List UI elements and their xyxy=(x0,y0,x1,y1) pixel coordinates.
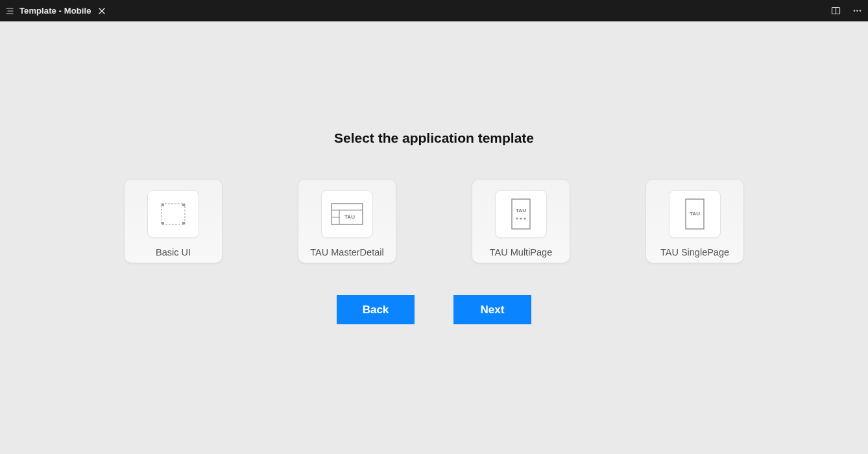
template-thumb-tau-masterdetail: TAU xyxy=(321,190,373,238)
svg-rect-11 xyxy=(162,204,164,206)
template-label: TAU MasterDetail xyxy=(310,247,383,257)
svg-point-24 xyxy=(524,217,525,219)
close-icon[interactable] xyxy=(97,6,107,16)
svg-point-9 xyxy=(860,10,862,12)
titlebar: Template - Mobile xyxy=(0,0,868,21)
svg-rect-20 xyxy=(512,199,530,229)
tab-template-mobile[interactable]: Template - Mobile xyxy=(0,0,114,21)
template-thumb-tau-multipage: TAU xyxy=(495,190,547,238)
template-card-tau-masterdetail[interactable]: TAU TAU MasterDetail xyxy=(298,180,396,263)
svg-rect-10 xyxy=(162,204,185,224)
template-cards-row: Basic UI TAU TAU MasterDetail TAU xyxy=(125,180,743,263)
back-button[interactable]: Back xyxy=(337,295,415,324)
more-icon[interactable] xyxy=(847,0,868,21)
next-button[interactable]: Next xyxy=(453,295,531,324)
tab-title: Template - Mobile xyxy=(19,6,91,16)
svg-point-23 xyxy=(520,217,522,219)
svg-text:TAU: TAU xyxy=(344,214,355,220)
template-card-basic-ui[interactable]: Basic UI xyxy=(125,180,222,263)
template-thumb-tau-singlepage: TAU xyxy=(669,190,721,238)
template-card-tau-multipage[interactable]: TAU TAU MultiPage xyxy=(472,180,570,263)
page-title: Select the application template xyxy=(334,130,534,146)
template-thumb-basic-ui xyxy=(147,190,199,238)
svg-rect-14 xyxy=(182,222,185,224)
svg-rect-13 xyxy=(162,222,164,224)
svg-text:TAU: TAU xyxy=(516,208,526,213)
titlebar-spacer xyxy=(114,0,825,21)
tab-doc-icon xyxy=(5,6,14,16)
svg-point-22 xyxy=(516,217,518,219)
template-label: TAU SinglePage xyxy=(660,247,729,257)
wizard-buttons: Back Next xyxy=(337,295,531,324)
template-label: TAU MultiPage xyxy=(490,247,552,257)
template-card-tau-singlepage[interactable]: TAU TAU SinglePage xyxy=(646,180,743,263)
split-editor-icon[interactable] xyxy=(825,0,847,21)
template-label: Basic UI xyxy=(156,247,191,257)
svg-point-8 xyxy=(856,10,858,12)
svg-rect-12 xyxy=(182,204,185,206)
svg-text:TAU: TAU xyxy=(690,211,700,217)
content-area: Select the application template Basic UI xyxy=(0,21,868,454)
svg-point-7 xyxy=(854,10,856,12)
